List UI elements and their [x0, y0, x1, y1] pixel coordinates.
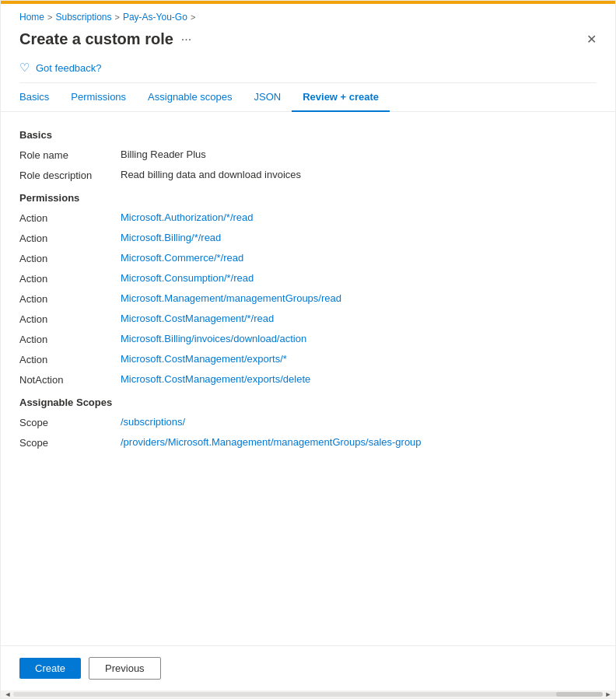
- page-wrapper: Home > Subscriptions > Pay-As-You-Go > C…: [0, 0, 616, 699]
- horizontal-scrollbar: ◄ ►: [1, 690, 615, 698]
- permission-label-3: Action: [19, 272, 121, 285]
- scope-value-0[interactable]: /subscriptions/: [121, 416, 597, 428]
- create-button[interactable]: Create: [19, 658, 81, 679]
- feedback-heart-icon: ♡: [19, 61, 30, 75]
- basics-section-title: Basics: [19, 129, 597, 141]
- previous-button[interactable]: Previous: [89, 657, 161, 680]
- permissions-section-title: Permissions: [19, 192, 597, 204]
- tab-json[interactable]: JSON: [243, 83, 292, 112]
- role-name-row: Role name Billing Reader Plus: [19, 149, 597, 161]
- permission-row-7: Action Microsoft.CostManagement/exports/…: [19, 353, 597, 365]
- header-row: Create a custom role ··· ✕: [1, 27, 615, 58]
- scrollbar-thumb[interactable]: [556, 692, 603, 697]
- permission-label-4: Action: [19, 292, 121, 305]
- permission-value-8[interactable]: Microsoft.CostManagement/exports/delete: [121, 373, 597, 385]
- scroll-right-arrow[interactable]: ►: [603, 690, 614, 698]
- permission-row-4: Action Microsoft.Management/managementGr…: [19, 292, 597, 305]
- permission-value-1[interactable]: Microsoft.Billing/*/read: [121, 232, 597, 243]
- permission-label-0: Action: [19, 211, 121, 224]
- role-description-row: Role description Read billing data and d…: [19, 169, 597, 181]
- header-left: Create a custom role ···: [19, 30, 191, 48]
- permission-label-7: Action: [19, 353, 121, 365]
- breadcrumb-sep-2: >: [115, 12, 120, 22]
- permission-value-3[interactable]: Microsoft.Consumption/*/read: [121, 272, 597, 284]
- permission-row-1: Action Microsoft.Billing/*/read: [19, 232, 597, 244]
- permission-row-8: NotAction Microsoft.CostManagement/expor…: [19, 373, 597, 386]
- close-icon[interactable]: ✕: [586, 33, 597, 46]
- content-area: Basics Role name Billing Reader Plus Rol…: [1, 112, 615, 645]
- feedback-row: ♡ Got feedback?: [1, 58, 615, 82]
- breadcrumb-sep-1: >: [47, 12, 52, 22]
- scroll-left-arrow[interactable]: ◄: [2, 690, 13, 698]
- breadcrumb-pay-as-you-go[interactable]: Pay-As-You-Go: [123, 12, 187, 23]
- permission-label-2: Action: [19, 252, 121, 264]
- tab-review-create[interactable]: Review + create: [292, 83, 390, 112]
- permission-label-1: Action: [19, 232, 121, 244]
- role-name-label: Role name: [19, 149, 121, 161]
- footer: Create Previous: [1, 645, 615, 690]
- permission-value-2[interactable]: Microsoft.Commerce/*/read: [121, 252, 597, 264]
- role-description-value: Read billing data and download invoices: [121, 169, 597, 180]
- breadcrumb-sep-3: >: [191, 12, 195, 22]
- role-description-label: Role description: [19, 169, 121, 181]
- permission-label-8: NotAction: [19, 373, 121, 386]
- permission-value-4[interactable]: Microsoft.Management/managementGroups/re…: [121, 292, 597, 304]
- assignable-scopes-section-title: Assignable Scopes: [19, 397, 597, 408]
- scope-value-1[interactable]: /providers/Microsoft.Management/manageme…: [121, 436, 597, 448]
- scope-row-1: Scope /providers/Microsoft.Management/ma…: [19, 436, 597, 449]
- permission-label-6: Action: [19, 333, 121, 345]
- breadcrumb: Home > Subscriptions > Pay-As-You-Go >: [1, 4, 615, 27]
- feedback-label[interactable]: Got feedback?: [36, 62, 102, 74]
- tab-assignable-scopes[interactable]: Assignable scopes: [137, 83, 243, 112]
- permission-value-0[interactable]: Microsoft.Authorization/*/read: [121, 211, 597, 223]
- scrollbar-track[interactable]: [13, 692, 603, 697]
- more-options-icon[interactable]: ···: [181, 33, 191, 47]
- permission-row-6: Action Microsoft.Billing/invoices/downlo…: [19, 333, 597, 345]
- scope-label-1: Scope: [19, 436, 121, 449]
- permission-value-5[interactable]: Microsoft.CostManagement/*/read: [121, 313, 597, 324]
- permission-label-5: Action: [19, 313, 121, 325]
- permission-row-0: Action Microsoft.Authorization/*/read: [19, 211, 597, 224]
- permission-row-2: Action Microsoft.Commerce/*/read: [19, 252, 597, 264]
- tab-permissions[interactable]: Permissions: [60, 83, 137, 112]
- page-title: Create a custom role: [19, 30, 173, 48]
- permission-row-3: Action Microsoft.Consumption/*/read: [19, 272, 597, 285]
- permission-row-5: Action Microsoft.CostManagement/*/read: [19, 313, 597, 325]
- tab-basics[interactable]: Basics: [19, 83, 60, 112]
- role-name-value: Billing Reader Plus: [121, 149, 597, 160]
- permission-value-7[interactable]: Microsoft.CostManagement/exports/*: [121, 353, 597, 365]
- permission-value-6[interactable]: Microsoft.Billing/invoices/download/acti…: [121, 333, 597, 344]
- breadcrumb-subscriptions[interactable]: Subscriptions: [55, 12, 111, 23]
- tabs-row: Basics Permissions Assignable scopes JSO…: [1, 83, 615, 112]
- scope-row-0: Scope /subscriptions/: [19, 416, 597, 428]
- breadcrumb-home[interactable]: Home: [19, 12, 44, 23]
- scope-label-0: Scope: [19, 416, 121, 428]
